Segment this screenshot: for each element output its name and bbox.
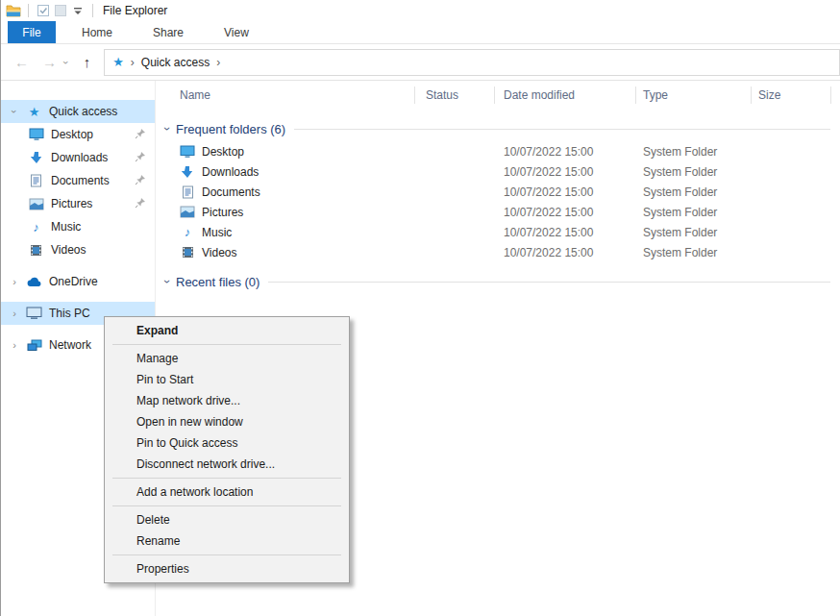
menu-item-expand[interactable]: Expand	[105, 320, 349, 341]
file-name: Documents	[202, 185, 260, 199]
column-header-type[interactable]: Type	[636, 86, 752, 104]
sidebar-item-desktop[interactable]: Desktop	[1, 123, 155, 146]
file-type: System Folder	[636, 145, 752, 159]
documents-icon	[180, 185, 195, 199]
chevron-expanded-icon[interactable]: ›	[161, 280, 174, 283]
sidebar-item-label: Quick access	[49, 105, 155, 118]
table-row-desktop[interactable]: Desktop 10/07/2022 15:00 System Folder	[165, 141, 840, 161]
qat-customize-dropdown-icon[interactable]	[69, 2, 86, 19]
sidebar-item-downloads[interactable]: Downloads	[1, 146, 155, 169]
menu-item-properties[interactable]: Properties	[105, 558, 349, 579]
chevron-collapsed-icon[interactable]: ›	[9, 339, 20, 351]
qat-properties-icon[interactable]	[35, 2, 52, 19]
menu-item-pin-to-start[interactable]: Pin to Start	[105, 369, 349, 390]
menu-item-disconnect-network-drive[interactable]: Disconnect network drive...	[105, 454, 349, 475]
table-row-documents[interactable]: Documents 10/07/2022 15:00 System Folder	[165, 182, 840, 202]
table-row-music[interactable]: ♪ Music 10/07/2022 15:00 System Folder	[165, 222, 840, 242]
forward-button[interactable]: →	[42, 55, 57, 69]
pictures-icon	[180, 205, 195, 219]
documents-icon	[28, 173, 44, 188]
ribbon-tab-bar: File Home Share View	[1, 21, 840, 44]
file-date-modified: 10/07/2022 15:00	[495, 145, 636, 159]
desktop-icon	[180, 144, 195, 159]
sidebar-item-documents[interactable]: Documents	[1, 169, 155, 192]
sidebar-item-label: Videos	[51, 243, 155, 257]
downloads-icon	[28, 150, 44, 165]
tab-view[interactable]: View	[210, 21, 263, 43]
file-type: System Folder	[636, 206, 752, 219]
file-date-modified: 10/07/2022 15:00	[495, 226, 636, 239]
pin-icon	[135, 197, 146, 211]
table-row-pictures[interactable]: Pictures 10/07/2022 15:00 System Folder	[165, 202, 840, 222]
group-label: Recent files (0)	[176, 275, 259, 289]
breadcrumb-quick-access[interactable]: Quick access	[141, 56, 210, 69]
sidebar-group-gap	[1, 261, 155, 270]
tab-home[interactable]: Home	[67, 21, 127, 43]
file-date-modified: 10/07/2022 15:00	[495, 246, 636, 259]
titlebar-separator	[92, 4, 93, 17]
sidebar-item-label: Downloads	[51, 151, 135, 164]
sidebar-item-label: Pictures	[51, 197, 135, 210]
address-bar[interactable]: ★ › Quick access ›	[104, 49, 840, 76]
column-header-name[interactable]: Name	[165, 86, 415, 104]
group-header-recent-files[interactable]: › Recent files (0)	[165, 272, 840, 291]
frequent-folders-rows: Desktop 10/07/2022 15:00 System Folder	[165, 141, 840, 262]
back-button[interactable]: ←	[14, 55, 29, 69]
table-row-downloads[interactable]: Downloads 10/07/2022 15:00 System Folder	[165, 161, 840, 182]
menu-item-delete[interactable]: Delete	[105, 509, 349, 530]
sidebar-group-gap	[1, 293, 155, 302]
menu-separator	[112, 554, 341, 555]
column-headers: Name Status Date modified Type Size	[165, 81, 840, 110]
music-icon: ♪	[28, 219, 44, 234]
window-title: File Explorer	[103, 4, 167, 17]
file-name: Downloads	[202, 165, 259, 179]
videos-icon	[180, 245, 195, 259]
menu-item-rename[interactable]: Rename	[105, 530, 349, 552]
menu-separator	[112, 478, 341, 479]
onedrive-icon	[26, 274, 42, 289]
file-type: System Folder	[636, 165, 752, 179]
tab-file[interactable]: File	[8, 21, 56, 43]
recent-locations-dropdown-icon[interactable]: ›	[61, 61, 72, 64]
sidebar-item-onedrive[interactable]: › OneDrive	[1, 270, 155, 293]
music-icon: ♪	[180, 225, 195, 239]
file-explorer-icon	[5, 2, 22, 19]
column-header-size[interactable]: Size	[752, 86, 831, 104]
group-header-frequent-folders[interactable]: › Frequent folders (6)	[165, 119, 840, 138]
sidebar-item-music[interactable]: ♪ Music	[1, 215, 155, 238]
breadcrumb-chevron-icon[interactable]: ›	[131, 56, 135, 69]
menu-separator	[112, 344, 341, 345]
pictures-icon	[28, 196, 44, 211]
videos-icon	[28, 242, 44, 258]
desktop-icon	[28, 127, 44, 142]
qat-new-folder-icon[interactable]	[52, 2, 69, 19]
sidebar-item-label: Documents	[51, 174, 135, 187]
pin-icon	[135, 151, 146, 165]
menu-item-open-in-new-window[interactable]: Open in new window	[105, 411, 349, 432]
sidebar-item-videos[interactable]: Videos	[1, 238, 155, 261]
network-icon	[26, 337, 42, 353]
sidebar-item-quick-access[interactable]: › ★ Quick access	[1, 100, 155, 123]
chevron-collapsed-icon[interactable]: ›	[9, 308, 20, 319]
navigation-bar: ← → › ↑ ★ › Quick access ›	[1, 44, 840, 81]
chevron-expanded-icon[interactable]: ›	[9, 106, 20, 117]
menu-item-manage[interactable]: Manage	[105, 348, 349, 369]
this-pc-context-menu: Expand Manage Pin to Start Map network d…	[104, 316, 350, 583]
group-label: Frequent folders (6)	[176, 122, 285, 136]
sidebar-item-pictures[interactable]: Pictures	[1, 192, 155, 215]
chevron-expanded-icon[interactable]: ›	[161, 127, 174, 131]
breadcrumb-chevron-icon[interactable]: ›	[216, 56, 220, 69]
column-header-date-modified[interactable]: Date modified	[495, 86, 636, 104]
menu-item-add-a-network-location[interactable]: Add a network location	[105, 481, 349, 503]
file-name: Desktop	[202, 145, 244, 159]
column-header-status[interactable]: Status	[415, 86, 495, 104]
table-row-videos[interactable]: Videos 10/07/2022 15:00 System Folder	[165, 242, 840, 262]
chevron-collapsed-icon[interactable]: ›	[9, 276, 20, 287]
quick-access-star-icon: ★	[26, 104, 42, 119]
group-header-rule	[268, 282, 830, 283]
tab-share[interactable]: Share	[138, 21, 198, 43]
up-button[interactable]: ↑	[84, 55, 91, 69]
menu-item-map-network-drive[interactable]: Map network drive...	[105, 390, 349, 411]
file-name: Music	[202, 226, 232, 239]
menu-item-pin-to-quick-access[interactable]: Pin to Quick access	[105, 432, 349, 454]
